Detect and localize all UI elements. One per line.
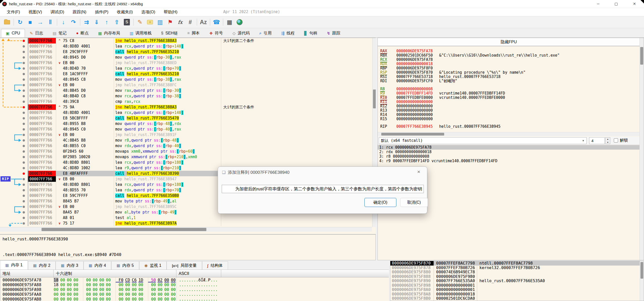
register-row[interactable]: RDX 0000000000000018: [380, 62, 637, 66]
disasm-row[interactable]: 00007FF766 v EB 00 jmp hello_rust.7FF766…: [0, 82, 376, 88]
register-row[interactable]: R15 0000000000000000: [380, 117, 637, 121]
register-row[interactable]: R9 00007FFEDBFF14FD vcruntime140.00007FF…: [380, 91, 637, 96]
minimize-button[interactable]: –: [592, 0, 604, 8]
hide-fpu-button[interactable]: 隐藏FPU: [378, 38, 640, 46]
argument-count-spinner[interactable]: 4: [589, 137, 605, 144]
tab-call-stack[interactable]: ▥ 调用堆栈: [125, 29, 156, 37]
disasm-horizontal-scrollbar[interactable]: [0, 227, 372, 232]
register-row[interactable]: R13 0000000000000000: [380, 108, 637, 113]
register-row[interactable]: RIP 00007FF766E38945 hello_rust.00007FF7…: [380, 124, 637, 129]
tab-threads[interactable]: ⇶ 线程: [276, 29, 299, 37]
hash-icon[interactable]: #: [185, 18, 195, 27]
open-file-icon[interactable]: [2, 18, 12, 27]
disasm-row[interactable]: 00007FF766 48:8945 C0 mov qword ptr ss:[…: [0, 126, 376, 132]
stack-row[interactable]: 0000006DE975F8B0 000002501DC6CDA0: [390, 296, 644, 301]
scrollbar-thumb[interactable]: [640, 47, 643, 65]
calling-convention-select[interactable]: 默认 (x64 fastcall): [379, 137, 587, 144]
menu-favourites[interactable]: 收藏夹(I): [113, 9, 137, 16]
disasm-row[interactable]: 00007FF766 48:8B55 C0 mov rdx,qword ptr …: [0, 143, 376, 149]
tab-source[interactable]: ◇ 源代码: [228, 29, 254, 37]
run-until-icon[interactable]: ⇉: [82, 18, 92, 27]
memory-row[interactable]: 0000006DE975FAB8 00000000000000000000000…: [0, 297, 389, 301]
tab-struct[interactable]: ∫ 结构体: [202, 261, 228, 270]
stack-row[interactable]: 0000006DE975F880 000074E6B949EC78: [390, 270, 644, 274]
cancel-button[interactable]: 取消(C): [400, 198, 428, 207]
disasm-row[interactable]: 00007FF766 0F2985 10020 movaps xmmword p…: [0, 154, 376, 160]
memory-row[interactable]: 0000006DE975FA78 1800000000000000F0CDC61…: [0, 278, 389, 282]
toolbar-button[interactable]: [208, 18, 211, 27]
tab-handles[interactable]: ▊ 句柄: [299, 29, 322, 37]
memory-row[interactable]: 0000006DE975FA88 18000000000000000000000…: [0, 282, 389, 287]
tab-script[interactable]: ≡ 脚本: [182, 29, 204, 37]
run-to-user-code-icon[interactable]: ⇧: [112, 18, 122, 27]
update-globe-icon[interactable]: [235, 18, 245, 27]
calculator-fx-icon[interactable]: fx: [175, 18, 185, 27]
stop-icon[interactable]: ■: [25, 18, 35, 27]
tab-memory-map[interactable]: ▦ 内存布局: [93, 29, 125, 37]
tab-seh[interactable]: § SEH链: [156, 29, 182, 37]
register-row[interactable]: R12 0000000000000000: [380, 104, 637, 108]
register-row[interactable]: RDI 0000006DE975FCF0 L"蚓曦翔": [380, 79, 637, 83]
patches-icon[interactable]: ✎: [135, 18, 145, 27]
run-icon[interactable]: →: [35, 18, 45, 27]
scylla-icon[interactable]: S: [122, 18, 132, 27]
column-header-address[interactable]: 地址: [0, 270, 54, 277]
tab-dump-4[interactable]: ▦ 内存 4: [84, 261, 111, 270]
fastcall-arg-row[interactable]: 3: r8 0000000000000008: [378, 154, 640, 159]
register-row[interactable]: RBP 0000006DE975F8F0: [380, 66, 637, 70]
disasm-row[interactable]: 00007FF766 48:8D4D 70 lea rcx,qword ptr …: [0, 66, 376, 71]
tab-breakpoints[interactable]: ● 断点: [71, 29, 93, 37]
column-header-ascii[interactable]: ASCII: [176, 270, 221, 277]
text-icon[interactable]: Az: [198, 18, 208, 27]
disasm-row[interactable]: 00007FF766 48:8B45 D0 mov rax,qword ptr …: [0, 88, 376, 93]
pause-icon[interactable]: ‖: [45, 18, 55, 27]
stack-row[interactable]: 0000006DE975F888 0000006DE975F980: [390, 274, 644, 279]
disasm-row[interactable]: 00007FF766 48:8D8D 4001 lea rcx,qword pt…: [0, 110, 376, 115]
menu-trace[interactable]: 跟踪(N): [68, 9, 91, 16]
restart-icon[interactable]: ↻: [15, 18, 25, 27]
disasm-row[interactable]: 00007FF766 ^ 75 C8 jne hello_rust.7FF766…: [0, 38, 376, 44]
disasm-row[interactable]: 00007FF766 E8 5BCBFFFF call hello_rust.7…: [0, 115, 376, 121]
disasm-row[interactable]: 00007FF766 48:8B4D C8 mov rcx,qword ptr …: [0, 93, 376, 99]
step-over-icon[interactable]: ↷: [68, 18, 79, 27]
scrollbar-thumb[interactable]: [640, 262, 643, 279]
step-icon[interactable]: ⇓: [92, 18, 102, 27]
tab-notes[interactable]: ▤ 笔记: [48, 29, 71, 37]
unlock-checkbox[interactable]: [614, 138, 618, 143]
restore-button[interactable]: [610, 0, 622, 8]
register-row[interactable]: R8 0000000000000008: [380, 87, 637, 91]
disasm-row[interactable]: 00007FF766 4C:8B45 B8 mov r8,qword ptr s…: [0, 138, 376, 143]
register-row[interactable]: RCX 0000006DE975FA78: [380, 58, 637, 62]
menu-file[interactable]: 文件(F): [3, 9, 24, 16]
favourites-icon[interactable]: ⚑: [165, 18, 175, 27]
register-row[interactable]: RSI 00007FF766E53718 hello_rust.00007FF7…: [380, 75, 637, 79]
remote-icon[interactable]: ☎: [211, 18, 221, 27]
tab-log[interactable]: ✎ 日志: [25, 29, 48, 37]
tab-trace[interactable]: ↯ 跟踪: [322, 29, 345, 37]
step-into-icon[interactable]: ↓: [58, 18, 68, 27]
column-header-hex[interactable]: 十六进制: [54, 270, 176, 277]
menu-help[interactable]: 帮助(H): [160, 9, 182, 16]
menu-view[interactable]: 视图(V): [24, 9, 46, 16]
disasm-row[interactable]: 00007FF766 ^ 75 9A jne hello_rust.7FF766…: [0, 104, 376, 110]
disasm-row[interactable]: 00007FF766 v EB 00 jmp hello_rust.7FF766…: [0, 60, 376, 66]
spinner-buttons[interactable]: ▲▼: [605, 137, 610, 144]
disasm-row[interactable]: 00007FF766 A8 01 test al,1: [0, 215, 376, 221]
menu-debug[interactable]: 调试(D): [46, 9, 68, 16]
registers-horizontal-scrollbar[interactable]: [378, 132, 640, 136]
tab-references[interactable]: ⌕ 引用: [254, 29, 276, 37]
tab-dump-1[interactable]: ▦ 内存 1: [0, 261, 28, 270]
disasm-row[interactable]: 00007FF766 48:39C8 cmp rax,rcx: [0, 99, 376, 104]
stack-row[interactable]: 0000006DE975F870 00007FFEF8AC7798 ntdll.…: [390, 261, 644, 266]
menu-plugins[interactable]: 插件(P): [91, 9, 112, 16]
register-row[interactable]: RSP 0000006DE975F870 &"Locating procedur…: [380, 70, 637, 75]
tab-watch-1[interactable]: ◉ 监视 1: [139, 261, 167, 270]
tab-locals[interactable]: |x=| 局部变量: [167, 261, 202, 270]
toolbar-button[interactable]: [79, 18, 82, 27]
comment-input[interactable]: 为加密后的rust字符串缓存区，第二个参数为用户输入，第三个参数为用户长度，第四…: [222, 185, 424, 193]
stack-row[interactable]: 0000006DE975F890 00007FF766E535A0 hello_…: [390, 279, 644, 283]
disasm-row[interactable]: 00007FF766 E8 1AC9FFFF call hello_rust.7…: [0, 71, 376, 77]
disasm-row[interactable]: 00007FF766 48:8945 D0 mov qword ptr ss:[…: [0, 55, 376, 60]
fastcall-arg-row[interactable]: 2: rdx 0000000000000018: [378, 150, 640, 154]
disasm-row[interactable]: 00007FF766 v EB 00 jmp hello_rust.7FF766…: [0, 132, 376, 138]
